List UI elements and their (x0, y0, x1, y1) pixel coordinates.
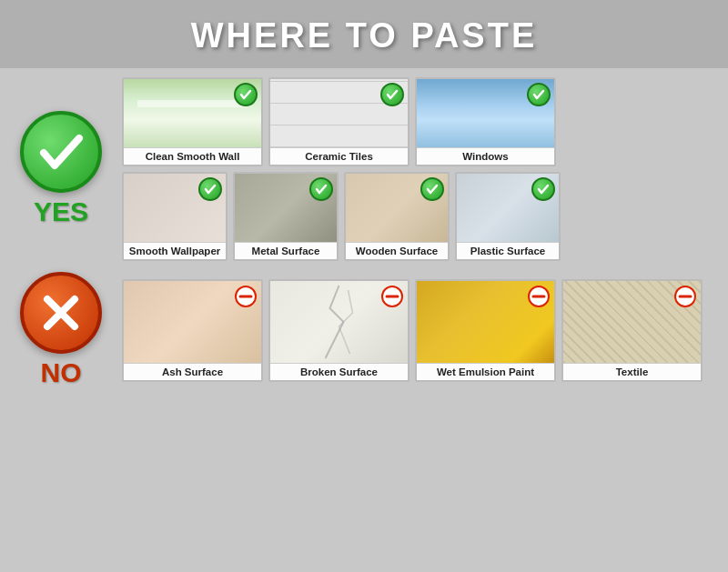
tile-label-plastic: Plastic Surface (457, 242, 559, 259)
yes-grid: Clean Smooth Wall Ceramic Tiles (122, 77, 717, 261)
tile-ceramic: Ceramic Tiles (268, 77, 410, 166)
tile-clean-wall: Clean Smooth Wall (122, 77, 263, 166)
tile-label-broken: Broken Surface (270, 363, 408, 380)
tile-plastic: Plastic Surface (455, 172, 561, 261)
tile-windows: Windows (415, 77, 556, 166)
badge-yes-metal (309, 177, 333, 201)
tile-textile: Textile (561, 279, 703, 382)
no-symbol-icon (234, 285, 258, 308)
tile-label-wooden: Wooden Surface (346, 242, 448, 259)
x-icon (34, 286, 88, 340)
main-content: YES Clean Smooth W (0, 68, 728, 397)
tile-broken: Broken Surface (268, 279, 410, 382)
no-section: NO Ash Surface (11, 272, 717, 388)
yes-section: YES Clean Smooth W (11, 77, 717, 261)
badge-yes-wooden (420, 177, 444, 201)
badge-yes-windows (527, 83, 551, 106)
tile-label-ash: Ash Surface (124, 363, 261, 380)
yes-row-2: Smooth Wallpaper Metal Surface (122, 172, 717, 261)
yes-circle (20, 111, 102, 193)
badge-yes-ceramic (380, 83, 404, 106)
badge-yes-clean-wall (234, 83, 258, 106)
no-icon-group: NO (11, 272, 111, 388)
check-badge-icon-5 (315, 183, 328, 196)
no-grid: Ash Surface (122, 279, 703, 382)
page-wrapper: WHERE TO PASTE YES (0, 0, 728, 397)
badge-no-textile (673, 285, 697, 308)
check-badge-icon-2 (386, 88, 399, 101)
yes-label: YES (34, 196, 88, 227)
no-symbol-icon-4 (673, 285, 697, 308)
tile-label-windows: Windows (417, 147, 554, 165)
page-title: WHERE TO PASTE (0, 16, 728, 55)
badge-no-broken (380, 285, 404, 308)
tile-wallpaper: Smooth Wallpaper (122, 172, 228, 261)
yes-row-1: Clean Smooth Wall Ceramic Tiles (122, 77, 717, 166)
check-badge-icon-4 (204, 183, 217, 196)
no-label: NO (41, 357, 82, 388)
tile-label-wet-emulsion: Wet Emulsion Paint (417, 363, 554, 380)
badge-no-ash (234, 285, 258, 308)
check-badge-icon-7 (537, 183, 550, 196)
check-badge-icon-3 (532, 88, 545, 101)
tile-label-ceramic: Ceramic Tiles (270, 147, 408, 165)
header: WHERE TO PASTE (0, 0, 728, 68)
tile-label-clean-wall: Clean Smooth Wall (124, 147, 261, 165)
check-badge-icon-6 (426, 183, 439, 196)
badge-no-wet-emulsion (527, 285, 551, 308)
no-circle (20, 272, 102, 354)
tile-label-wallpaper: Smooth Wallpaper (124, 242, 226, 259)
tile-metal: Metal Surface (233, 172, 339, 261)
check-badge-icon (239, 88, 252, 101)
yes-icon-group: YES (11, 111, 111, 227)
tile-label-textile: Textile (563, 363, 701, 380)
no-symbol-icon-3 (527, 285, 551, 308)
no-symbol-icon-2 (380, 285, 404, 308)
badge-yes-plastic (531, 177, 555, 201)
tile-label-metal: Metal Surface (235, 242, 337, 259)
tile-wooden: Wooden Surface (344, 172, 450, 261)
check-icon (36, 127, 86, 177)
tile-ash: Ash Surface (122, 279, 263, 382)
badge-yes-wallpaper (198, 177, 222, 201)
tile-wet-emulsion: Wet Emulsion Paint (415, 279, 556, 382)
